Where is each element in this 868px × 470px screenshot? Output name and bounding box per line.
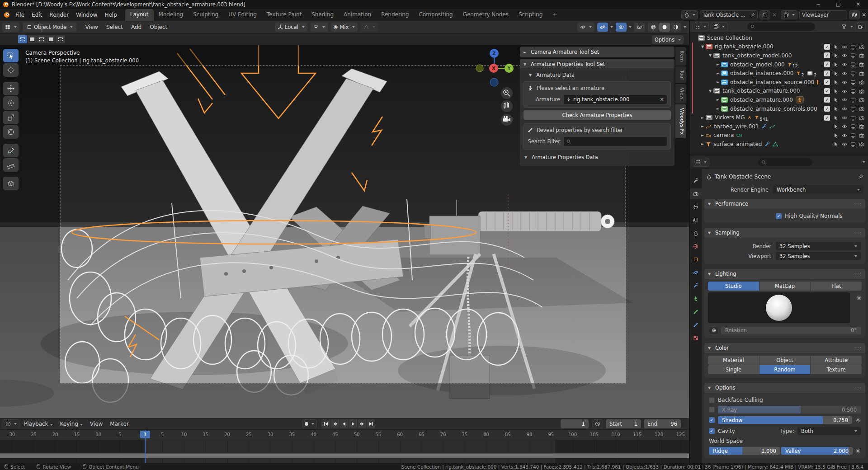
outliner-item-label[interactable]: Scene Collection [707,35,752,41]
scale-tool[interactable] [3,111,19,124]
exclude-checkbox[interactable]: ✓ [824,79,830,85]
properties-tab-constraints[interactable] [690,280,702,291]
menu-edit[interactable]: Edit [28,9,46,21]
workspace-tab-modeling[interactable]: Modeling [154,9,189,21]
add-cube-tool[interactable] [3,177,19,190]
outliner-row[interactable]: Scene Collection [690,33,868,42]
exclude-checkbox[interactable]: ✓ [824,70,830,76]
pan-button[interactable] [501,100,513,112]
subpanel-armature-properties-data[interactable]: ▼Armature Properties Data [523,152,672,162]
sampling-render-dropdown[interactable]: 32 Samples [776,242,861,250]
color-material-button[interactable]: Material [708,356,760,365]
zoom-button[interactable] [501,87,513,99]
workspace-tab-animation[interactable]: Animation [339,9,376,21]
outliner-row[interactable]: ►obstacle_model.00012✓ [690,60,868,69]
disable-render-toggle-icon[interactable] [859,132,864,138]
rotation-slider[interactable]: Rotation 0° [721,327,861,334]
outliner-item-label[interactable]: Vickers MG [715,114,745,121]
disable-viewport-toggle-icon[interactable] [850,106,856,112]
disable-render-toggle-icon[interactable] [859,88,864,94]
properties-editor-type-dropdown[interactable] [693,158,709,167]
xray-slider[interactable]: X-Ray 0.500 [718,406,861,414]
hide-viewport-toggle-icon[interactable] [842,52,847,59]
select-box-tool[interactable] [3,49,19,62]
expander-icon[interactable]: ▼ [701,45,706,49]
menu-file[interactable]: File [12,9,28,21]
expander-icon[interactable]: ► [717,71,721,75]
select-mode-subtract[interactable] [37,35,46,43]
disable-render-toggle-icon[interactable] [859,123,864,130]
navigation-gizmo[interactable]: Z X Y [472,45,522,131]
outliner-row[interactable]: ▼tank_obstacle_armature.000✓ [690,87,868,96]
timeline-ruler[interactable]: -30-25-20-15-10-551015202530354045505560… [0,430,689,440]
lighting-matcap-button[interactable]: MatCap [760,282,811,291]
selectable-toggle-icon[interactable] [833,97,839,103]
sidebar-tab-woodys-fx[interactable]: Woodys Fx [675,104,686,138]
new-collection-button[interactable] [855,22,866,31]
exclude-checkbox[interactable]: ✓ [824,106,830,112]
exclude-checkbox[interactable]: ✓ [824,52,830,58]
disable-viewport-toggle-icon[interactable] [850,97,856,103]
expander-icon[interactable]: ► [717,62,721,66]
expander-icon[interactable]: ► [701,124,706,128]
pin-icon[interactable] [750,13,755,17]
viewlayer-name-field[interactable]: ViewLayer [799,10,847,19]
shadow-checkbox[interactable]: ✓ [709,417,715,423]
hide-viewport-toggle-icon[interactable] [842,141,847,147]
armature-field[interactable]: rig.tank_obstacle.000 ✕ [564,95,667,104]
outliner-item-label[interactable]: obstacle_model.000 [730,61,785,68]
color-object-button[interactable]: Object [760,356,811,365]
expander-icon[interactable]: ► [717,80,721,84]
outliner-item-label[interactable]: surface_animated [713,141,762,147]
visibility-dropdown[interactable] [577,23,594,32]
disable-viewport-toggle-icon[interactable] [850,123,856,130]
disable-viewport-toggle-icon[interactable] [850,79,856,85]
workspace-tab-geometry-nodes[interactable]: Geometry Nodes [458,9,514,21]
hide-viewport-toggle-icon[interactable] [842,88,847,94]
selectable-toggle-icon[interactable] [833,70,839,76]
panel-camera-armature-toolset[interactable]: ►Camera Armature Tool Set [520,47,675,57]
auto-keying-button[interactable] [302,419,317,428]
menu-window[interactable]: Window [72,9,101,21]
hide-viewport-toggle-icon[interactable] [842,97,847,103]
panel-color-header[interactable]: ▼Color:::: [704,343,865,353]
properties-tab-texture[interactable] [690,333,702,343]
disable-render-toggle-icon[interactable] [859,141,864,147]
select-mode-intersect[interactable] [56,35,65,43]
overlays-dropdown[interactable] [629,26,632,28]
outliner-item-label[interactable]: barbed_wire.001 [713,123,759,130]
hide-viewport-toggle-icon[interactable] [842,106,847,112]
disable-viewport-toggle-icon[interactable] [850,88,856,94]
outliner-row[interactable]: ►obstacle_armature.000✓ [690,95,868,104]
play-reverse-button[interactable] [340,419,348,428]
disable-render-toggle-icon[interactable] [859,97,864,103]
hide-viewport-toggle-icon[interactable] [842,70,847,76]
valley-slider[interactable]: Valley 2.000 [781,447,853,455]
blender-menu-icon[interactable] [4,12,10,18]
exclude-checkbox[interactable]: ✓ [824,115,830,121]
properties-search-input[interactable] [768,160,804,165]
panel-performance-header[interactable]: ▼Performance:::: [704,199,865,209]
disable-render-toggle-icon[interactable] [859,61,864,68]
timeline-tracks[interactable] [0,440,689,463]
timeline-editor-type-dropdown[interactable] [3,419,19,428]
remove-viewlayer-button[interactable]: ✕ [862,12,866,18]
gear-icon[interactable] [855,448,861,454]
transform-orientation-dropdown[interactable]: Local [275,23,307,32]
outliner-row[interactable]: ►Vickers MG541✓ [690,113,868,122]
workspace-tab-shading[interactable]: Shading [307,9,339,21]
properties-tab-viewlayer[interactable] [690,215,702,226]
gear-icon[interactable] [856,295,862,301]
properties-tab-tool[interactable] [690,175,702,186]
viewport-menu-view[interactable]: View [81,21,102,33]
timeline-menu-view[interactable]: View [86,421,106,427]
outliner-row[interactable]: ▼rig.tank_obstacle.000✓ [690,42,868,52]
sidebar-tab-tool[interactable]: Tool [675,66,686,83]
outliner-row[interactable]: ►barbed_wire.001 [690,122,868,131]
selectable-toggle-icon[interactable] [833,123,839,130]
outliner-row[interactable]: ▼tank_obstacle_model.000✓ [690,51,868,60]
current-frame-field[interactable]: 1 [561,419,589,428]
lighting-studio-button[interactable]: Studio [708,282,760,291]
outliner-display-mode-dropdown[interactable] [692,22,709,31]
outliner-search-field[interactable] [747,23,815,31]
